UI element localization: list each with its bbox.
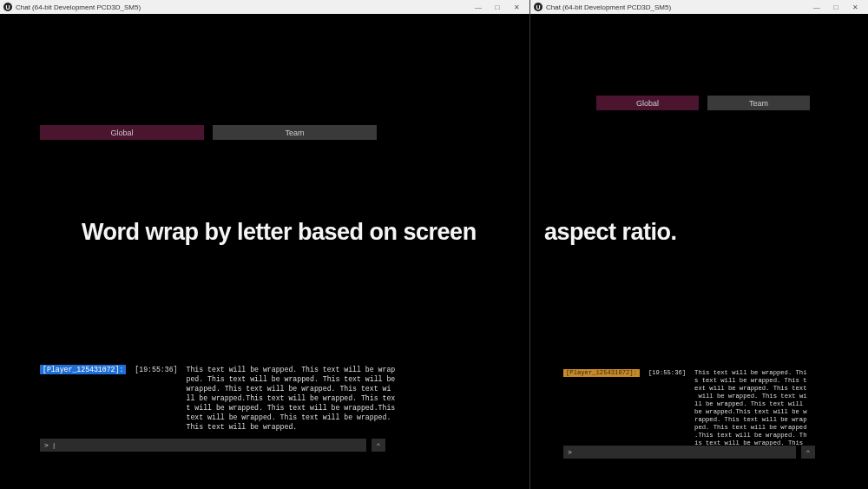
chat-message-body: This text will be wrapped. Thi s text wi… [694,369,858,455]
close-button[interactable]: ✕ [845,1,865,13]
prompt-caret: > [44,441,49,449]
chat-input-row: > ^ [563,446,815,459]
tab-team[interactable]: Team [707,96,810,110]
chat-input-value: | [52,441,56,449]
chat-tabs: Global Team [596,96,810,110]
titlebar-left: U Chat (64-bit Development PCD3D_SM5) — … [0,0,529,14]
chat-timestamp: [19:55:36] [135,365,177,374]
chat-message-row: [Player_125431072]: [19:55:36] This text… [40,365,500,432]
chat-message-row: [Player_125431072]: [19:55:36] This text… [563,369,858,455]
minimize-button[interactable]: — [807,1,826,13]
player-tag: [Player_125431072]: [40,365,126,374]
chat-timestamp: [19:55:36] [648,369,686,377]
chat-input[interactable]: > [563,446,796,459]
tab-global[interactable]: Global [596,96,699,110]
titlebar-right: U Chat (64-bit Development PCD3D_SM5) — … [530,0,868,14]
close-button[interactable]: ✕ [507,1,526,13]
scroll-up-button[interactable]: ^ [801,446,815,459]
window-title: Chat (64-bit Development PCD3D_SM5) [546,3,807,11]
player-tag: [Player_125431072]: [563,369,640,377]
right-pane: U Chat (64-bit Development PCD3D_SM5) — … [530,0,868,489]
tab-global[interactable]: Global [40,125,204,140]
chat-input[interactable]: > | [40,439,366,452]
prompt-caret: > [568,448,572,456]
scroll-up-button[interactable]: ^ [372,439,385,452]
window-title: Chat (64-bit Development PCD3D_SM5) [16,3,469,11]
app-icon: U [534,3,542,11]
minimize-button[interactable]: — [469,1,488,13]
hero-text: Word wrap by letter based on screen [82,219,477,246]
maximize-button[interactable]: □ [488,1,507,13]
tab-team[interactable]: Team [213,125,377,140]
left-pane: U Chat (64-bit Development PCD3D_SM5) — … [0,0,530,489]
chat-input-row: > | ^ [40,439,385,452]
maximize-button[interactable]: □ [826,1,845,13]
app-icon: U [3,3,12,11]
chat-message-body: This text will be wrapped. This text wil… [187,365,501,432]
chat-tabs: Global Team [40,125,377,140]
hero-text: aspect ratio. [544,219,677,246]
